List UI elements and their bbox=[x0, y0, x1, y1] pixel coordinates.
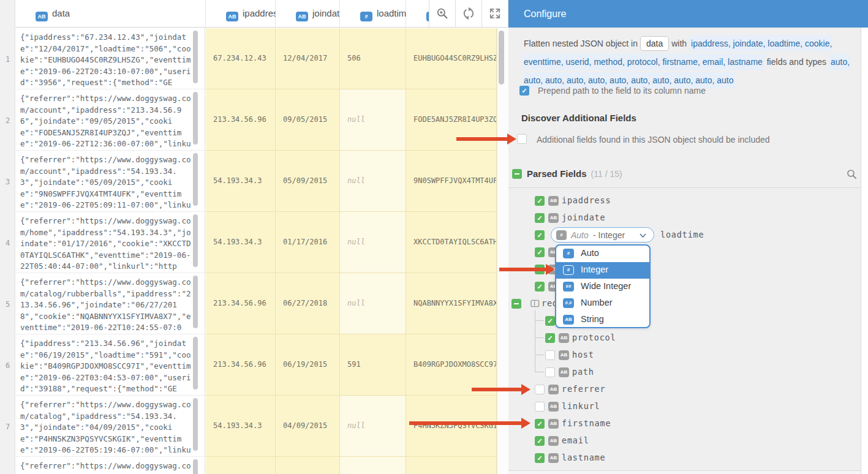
type-option-icon: AB bbox=[563, 315, 574, 325]
ipaddress-cell[interactable]: 54.193.34.3 bbox=[206, 212, 276, 273]
field-label: host bbox=[572, 350, 594, 359]
json-cell-text: {"referrer":"https://www.doggyswag.com/c… bbox=[20, 277, 191, 334]
field-checkbox[interactable] bbox=[545, 350, 555, 360]
column-header-loadtime[interactable]: #loadtime bbox=[340, 0, 406, 28]
prepend-path-checkbox[interactable]: ✓ bbox=[519, 86, 529, 96]
loadtime-cell[interactable]: 506 bbox=[340, 28, 406, 89]
field-checkbox[interactable]: ✓ bbox=[535, 419, 545, 429]
json-cell[interactable]: {"referrer":"https://www.doggyswag.com/h… bbox=[15, 212, 205, 273]
loadtime-cell[interactable]: 591 bbox=[340, 334, 406, 396]
cell-scrollbar-thumb[interactable] bbox=[193, 337, 198, 389]
column-header-ipaddress[interactable]: ABipaddress bbox=[206, 0, 276, 28]
column-header-data[interactable]: ABdata bbox=[15, 0, 206, 28]
joindate-cell[interactable] bbox=[276, 457, 340, 474]
search-icon[interactable] bbox=[847, 169, 857, 179]
json-cell[interactable]: {"referrer":"https://www.doggyswag.com/c… bbox=[15, 457, 205, 474]
additional-fields-label: Additional fields found in this JSON obj… bbox=[537, 135, 770, 145]
cookie-cell[interactable]: XKCCTD0TAYIQLSC6ATHK bbox=[406, 212, 497, 273]
json-cell[interactable]: {"ipaddress":"213.34.56.96","joindate":"… bbox=[15, 334, 205, 396]
additional-fields-checkbox[interactable] bbox=[517, 134, 527, 144]
dropdown-option-number[interactable]: #.#Number bbox=[556, 295, 649, 312]
field-checkbox[interactable]: ✓ bbox=[535, 196, 545, 206]
parsed-fields-master-checkbox[interactable] bbox=[512, 169, 522, 179]
json-cell[interactable]: {"referrer":"https://www.doggyswag.com/a… bbox=[15, 151, 205, 212]
ipaddress-cell[interactable]: 213.34.56.96 bbox=[206, 89, 276, 151]
annotation-arrow-referrer bbox=[472, 388, 521, 391]
prepend-path-label: Prepend path to the field to its column … bbox=[538, 86, 706, 96]
json-cell[interactable]: {"referrer":"https://www.doggyswag.com/c… bbox=[15, 396, 205, 457]
cookie-cell[interactable]: FODE5ANJ5ZR8I4UP3ZQJ bbox=[406, 89, 497, 151]
cell-scrollbar-thumb[interactable] bbox=[193, 31, 198, 83]
column-header-joindate[interactable]: ABjoindate bbox=[276, 0, 340, 28]
joindate-cell[interactable]: 06/27/2018 bbox=[276, 273, 340, 334]
dropdown-option-auto[interactable]: #Auto bbox=[556, 246, 649, 262]
grid-scrollbar-thumb[interactable] bbox=[499, 31, 504, 85]
ipaddress-cell[interactable]: 54.193.34.3 bbox=[206, 396, 276, 457]
parsed-fields-header: Parsed Fields(11 / 15) bbox=[508, 168, 861, 181]
ipaddress-cell[interactable]: 54.193.34.3 bbox=[206, 151, 276, 212]
joindate-cell[interactable]: 12/04/2017 bbox=[276, 28, 340, 89]
zoom-in-button[interactable] bbox=[429, 0, 455, 28]
field-checkbox[interactable] bbox=[535, 402, 545, 412]
loadtime-cell[interactable]: null bbox=[340, 212, 406, 273]
joindate-cell[interactable]: 01/17/2016 bbox=[276, 212, 340, 273]
field-checkbox[interactable] bbox=[545, 367, 555, 377]
panel-scrollbar-track[interactable] bbox=[861, 28, 868, 474]
cell-scrollbar-thumb[interactable] bbox=[193, 214, 198, 267]
field-label: path bbox=[572, 367, 594, 377]
ipaddress-cell[interactable]: 67.234.12.43 bbox=[206, 28, 276, 89]
joindate-cell[interactable]: 06/19/2015 bbox=[276, 334, 340, 396]
ipaddress-cell[interactable] bbox=[206, 457, 276, 474]
cookie-cell[interactable]: B409RGPJDOXMO8SCC97I bbox=[406, 334, 497, 396]
row-number-gutter bbox=[0, 0, 15, 474]
field-checkbox[interactable]: ✓ bbox=[545, 316, 555, 326]
field-checkbox[interactable] bbox=[535, 385, 545, 394]
refresh-button[interactable] bbox=[455, 0, 481, 28]
ipaddress-cell[interactable]: 213.34.56.96 bbox=[206, 334, 276, 396]
field-checkbox[interactable]: ✓ bbox=[545, 333, 555, 343]
loadtime-cell[interactable]: null bbox=[340, 396, 406, 457]
dropdown-option-wide-integer[interactable]: ##Wide Integer bbox=[556, 279, 649, 295]
joindate-cell[interactable]: 05/09/2015 bbox=[276, 151, 340, 212]
loadtime-cell[interactable] bbox=[340, 457, 406, 474]
cookie-cell[interactable]: EUHBUGO44SC0RZ9LHSZG bbox=[406, 28, 497, 89]
json-cell-text: {"referrer":"https://www.doggyswag.com/c… bbox=[20, 399, 191, 457]
tree-stub bbox=[535, 355, 544, 355]
dropdown-option-integer[interactable]: #Integer bbox=[556, 262, 649, 279]
cookie-cell[interactable]: 9N0SWPFFJVQX4TMT4UFK bbox=[406, 151, 497, 212]
field-label: protocol bbox=[572, 333, 616, 342]
parsed-field-row-joindate: ✓ABjoindate bbox=[508, 209, 861, 227]
expand-button[interactable] bbox=[481, 0, 508, 28]
loadtime-cell[interactable]: null bbox=[340, 89, 406, 151]
dropdown-option-string[interactable]: ABString bbox=[556, 312, 649, 328]
string-type-icon: AB bbox=[559, 333, 569, 343]
field-checkbox[interactable]: ✓ bbox=[535, 453, 545, 463]
cell-scrollbar-thumb[interactable] bbox=[193, 92, 198, 145]
json-cell[interactable]: {"ipaddress":"67.234.12.43","joindate":"… bbox=[15, 28, 205, 89]
ipaddress-cell[interactable]: 213.34.56.96 bbox=[206, 273, 276, 334]
parsed-field-row-firstname: ✓ABfirstname bbox=[508, 415, 861, 432]
loadtime-cell[interactable]: null bbox=[340, 273, 406, 334]
json-cell-text: {"referrer":"https://www.doggyswag.com/h… bbox=[20, 216, 191, 273]
cell-scrollbar-thumb[interactable] bbox=[193, 398, 198, 451]
cell-scrollbar-thumb[interactable] bbox=[193, 459, 198, 474]
cookie-cell[interactable] bbox=[406, 457, 497, 474]
cell-scrollbar-thumb[interactable] bbox=[193, 276, 198, 328]
column-chip[interactable]: data bbox=[640, 36, 669, 51]
joindate-cell[interactable]: 04/09/2015 bbox=[276, 396, 340, 457]
field-checkbox[interactable]: ✓ bbox=[535, 436, 545, 446]
field-checkbox[interactable]: ✓ bbox=[535, 282, 545, 292]
expand-icon bbox=[488, 7, 502, 20]
field-checkbox[interactable]: ✓ bbox=[535, 213, 545, 223]
joindate-cell[interactable]: 09/05/2015 bbox=[276, 89, 340, 151]
json-cell[interactable]: {"referrer":"https://www.doggyswag.com/c… bbox=[15, 273, 205, 334]
cookie-cell[interactable]: NQABNNYYX1SFYIMVA8X7 bbox=[406, 273, 497, 334]
type-dropdown-trigger[interactable]: #Auto- Integer bbox=[551, 227, 654, 243]
cookie-cell[interactable]: P4HN5KZN3PQSYVCSKGIK bbox=[406, 396, 497, 457]
loadtime-cell[interactable]: null bbox=[340, 151, 406, 212]
field-checkbox[interactable]: ✓ bbox=[535, 247, 545, 257]
field-checkbox[interactable] bbox=[511, 299, 521, 309]
cell-scrollbar-thumb[interactable] bbox=[193, 153, 198, 206]
field-checkbox[interactable]: ✓ bbox=[535, 230, 545, 240]
json-cell[interactable]: {"referrer":"https://www.doggyswag.com/a… bbox=[15, 89, 205, 151]
